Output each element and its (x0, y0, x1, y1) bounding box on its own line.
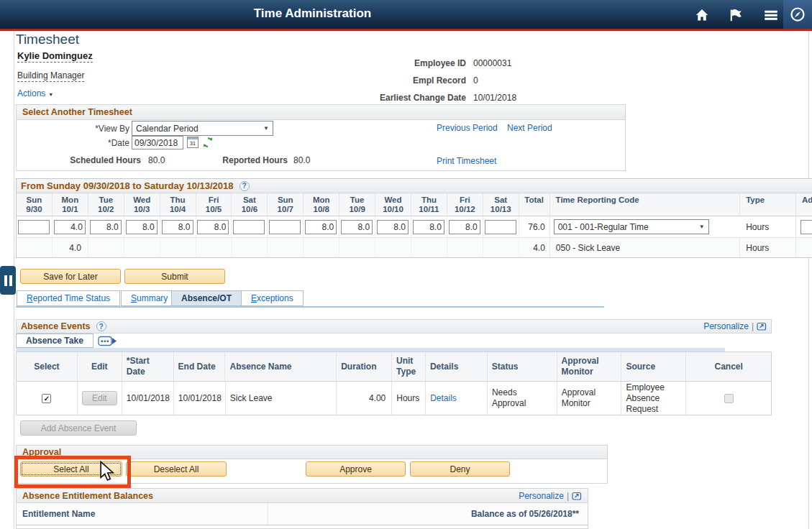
earliest-change-date-label: Earliest Change Date (316, 93, 466, 103)
cancel-checkbox[interactable] (724, 394, 734, 403)
time-entry-input[interactable] (126, 220, 158, 234)
edit-button[interactable]: Edit (82, 391, 117, 405)
total-col-header: Total (519, 193, 550, 216)
timesheet-grid: From Sunday 09/30/2018 to Saturday 10/13… (16, 178, 812, 258)
grid-header-row: Sun9/30 Mon10/1 Tue10/2 Wed10/3 Thu10/4 … (17, 193, 812, 216)
entitlement-name-col: Entitlement Name (17, 503, 268, 525)
actions-label[interactable]: Actions (17, 88, 45, 98)
day-col-header: Fri10/5 (196, 193, 232, 216)
app-title: Time Administration (0, 6, 625, 21)
balance-col: Balance as of 05/26/2018** (268, 503, 588, 525)
tab-exceptions[interactable]: Exceptions (241, 290, 304, 306)
home-icon[interactable] (693, 8, 711, 22)
time-entry-input[interactable] (162, 220, 193, 234)
time-entry-input[interactable] (341, 220, 373, 234)
absence-events-title: Absence Events (21, 321, 91, 331)
deny-button[interactable]: Deny (410, 461, 510, 477)
previous-period-link[interactable]: Previous Period (437, 123, 498, 133)
entitlement-header-row: Entitlement Name Balance as of 05/26/201… (17, 503, 588, 525)
time-entry-input[interactable] (413, 220, 444, 234)
day-col-header: Wed10/3 (124, 193, 160, 216)
time-entry-input[interactable] (18, 220, 50, 234)
time-entry-input[interactable] (485, 220, 516, 234)
entitlement-personalize[interactable]: Personalize| (519, 491, 582, 501)
navbar-compass-icon[interactable] (783, 0, 812, 29)
tab-absence-ot[interactable]: Absence/OT (171, 290, 242, 306)
next-period-link[interactable]: Next Period (507, 123, 552, 133)
trc-cell: 050 - Sick Leave (550, 238, 740, 257)
select-all-button[interactable]: Select All (20, 461, 122, 477)
scheduled-hours-label: Scheduled Hours (29, 155, 141, 165)
time-entry-input[interactable] (449, 220, 480, 234)
time-entry-input[interactable] (269, 220, 301, 234)
scheduled-hours-value: 80.0 (148, 155, 165, 165)
show-all-columns-icon[interactable] (98, 336, 117, 349)
print-timesheet-link[interactable]: Print Timesheet (437, 156, 496, 166)
absence-personalize[interactable]: Personalize| (703, 321, 767, 331)
help-icon[interactable]: ? (96, 321, 106, 331)
details-link[interactable]: Details (430, 393, 457, 404)
trc-col-header: Time Reporting Code (550, 193, 741, 216)
chevron-down-icon: ▼ (699, 224, 705, 230)
duration-cell: 4.00 (337, 382, 392, 415)
time-entry-input[interactable] (90, 220, 122, 234)
end-date-cell: 10/01/2018 (174, 382, 226, 415)
submit-button[interactable]: Submit (124, 269, 225, 284)
employee-job-title[interactable]: Building Manager (17, 70, 84, 82)
tab-reported-time-status[interactable]: Reported Time Status (17, 290, 120, 306)
empl-record-label: Empl Record (316, 75, 466, 86)
add-cell-input[interactable] (800, 220, 812, 234)
time-entry-input[interactable] (54, 220, 86, 234)
time-entry-input[interactable] (377, 220, 409, 234)
employee-id-label: Employee ID (316, 58, 466, 68)
page-title: Timesheet (16, 32, 79, 47)
day-col-header: Thu10/11 (411, 193, 447, 216)
view-by-label: *View By (43, 124, 129, 134)
time-entry-input[interactable] (305, 220, 337, 234)
calendar-icon[interactable]: 31 (187, 137, 199, 148)
day-col-header: Mon10/8 (304, 193, 339, 216)
tab-summary[interactable]: Summary (121, 290, 178, 306)
earliest-change-date-value: 10/01/2018 (473, 93, 516, 103)
view-by-select[interactable]: Calendar Period ▼ (132, 121, 273, 136)
approve-button[interactable]: Approve (306, 461, 406, 477)
help-icon[interactable]: ? (240, 181, 250, 191)
employee-name[interactable]: Kylie Dominguez (17, 50, 93, 63)
flag-icon[interactable] (727, 8, 744, 22)
deselect-all-button[interactable]: Deselect All (126, 461, 227, 477)
side-drawer-pause-handle[interactable] (0, 266, 16, 295)
select-timesheet-title: Select Another Timesheet (22, 107, 132, 117)
status-cell: Needs Approval (488, 382, 557, 415)
type-cell: Hours (740, 216, 796, 237)
time-entry-input[interactable] (197, 220, 229, 234)
add-absence-event-button[interactable]: Add Absence Event (20, 420, 137, 436)
select-checkbox[interactable]: ✓ (42, 394, 51, 403)
hamburger-menu-icon[interactable] (762, 8, 780, 22)
entitlement-title: Absence Entitlement Balances (22, 491, 153, 501)
date-input[interactable] (132, 136, 183, 150)
subtab-absence-take[interactable]: Absence Take (16, 334, 93, 348)
empl-record-value: 0 (473, 75, 478, 86)
actions-menu[interactable]: Actions ▾ (17, 88, 53, 98)
trc-value: 001 - 001-Regular Time (558, 222, 649, 232)
page-right-border (808, 31, 809, 529)
refresh-icon[interactable] (202, 137, 214, 150)
add-col-header: Ad (796, 193, 812, 216)
time-entry-input[interactable] (233, 220, 265, 234)
approval-title: Approval (22, 447, 61, 457)
employee-id-value: 00000031 (473, 58, 511, 68)
grid-period-title: From Sunday 09/30/2018 to Saturday 10/13… (21, 180, 234, 191)
day-col-header: Tue10/2 (88, 193, 124, 216)
view-by-value: Calendar Period (136, 124, 199, 134)
trc-select[interactable]: 001 - 001-Regular Time ▼ (554, 219, 709, 234)
day-col-header: Sun10/7 (268, 193, 304, 216)
absence-name-cell: Sick Leave (226, 382, 337, 415)
type-col-header: Type (740, 193, 796, 216)
type-cell: Hours (740, 238, 796, 257)
save-for-later-button[interactable]: Save for Later (20, 269, 121, 284)
unit-type-cell: Hours (392, 382, 426, 415)
time-administration-page: Time Administration Timesheet Kylie Domi… (0, 0, 812, 529)
reported-hours-value: 80.0 (293, 155, 310, 165)
day-col-header: Fri10/12 (447, 193, 483, 216)
day-col-header: Thu10/4 (160, 193, 196, 216)
